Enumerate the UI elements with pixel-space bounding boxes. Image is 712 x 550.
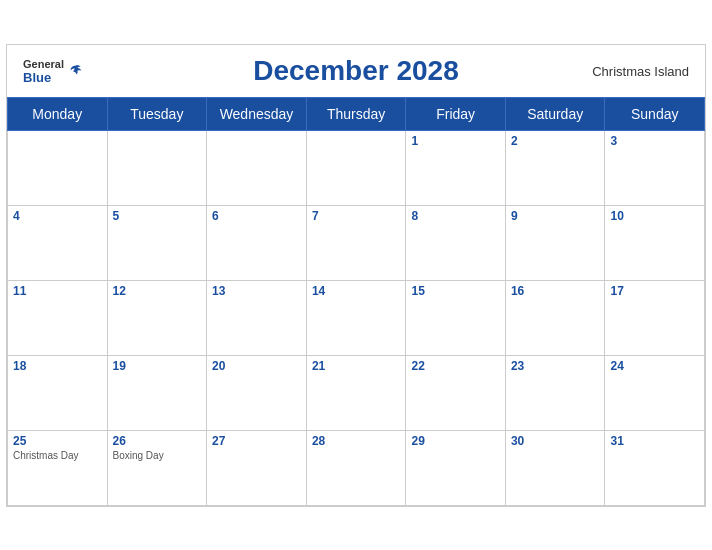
- weekday-header: Sunday: [605, 97, 705, 130]
- weekday-header: Tuesday: [107, 97, 207, 130]
- event-label: Christmas Day: [13, 450, 102, 461]
- calendar-week-row: 45678910: [8, 205, 705, 280]
- calendar-cell: 22: [406, 355, 505, 430]
- calendar-cell: 1: [406, 130, 505, 205]
- weekday-header: Monday: [8, 97, 108, 130]
- day-number: 23: [511, 359, 600, 373]
- calendar-week-row: 18192021222324: [8, 355, 705, 430]
- day-number: 14: [312, 284, 401, 298]
- day-number: 6: [212, 209, 301, 223]
- logo-blue: Blue: [23, 69, 64, 84]
- calendar-cell: 5: [107, 205, 207, 280]
- day-number: 10: [610, 209, 699, 223]
- day-number: 2: [511, 134, 600, 148]
- logo-general: General: [23, 57, 64, 69]
- calendar-cell: 6: [207, 205, 307, 280]
- calendar-cell: 10: [605, 205, 705, 280]
- day-number: 28: [312, 434, 401, 448]
- day-number: 7: [312, 209, 401, 223]
- calendar-cell: 9: [505, 205, 605, 280]
- day-number: 24: [610, 359, 699, 373]
- weekday-header-row: MondayTuesdayWednesdayThursdayFridaySatu…: [8, 97, 705, 130]
- day-number: 27: [212, 434, 301, 448]
- calendar-cell: 23: [505, 355, 605, 430]
- calendar-cell: 15: [406, 280, 505, 355]
- calendar-container: General Blue December 2028 Christmas Isl…: [6, 44, 706, 507]
- calendar-cell: 27: [207, 430, 307, 505]
- day-number: 18: [13, 359, 102, 373]
- calendar-cell: 30: [505, 430, 605, 505]
- calendar-cell: [8, 130, 108, 205]
- event-label: Boxing Day: [113, 450, 202, 461]
- calendar-cell: 18: [8, 355, 108, 430]
- logo-bird-icon: [67, 63, 83, 79]
- day-number: 31: [610, 434, 699, 448]
- day-number: 4: [13, 209, 102, 223]
- calendar-cell: 16: [505, 280, 605, 355]
- calendar-cell: 11: [8, 280, 108, 355]
- day-number: 30: [511, 434, 600, 448]
- calendar-week-row: 25Christmas Day26Boxing Day2728293031: [8, 430, 705, 505]
- calendar-table: MondayTuesdayWednesdayThursdayFridaySatu…: [7, 97, 705, 506]
- day-number: 25: [13, 434, 102, 448]
- calendar-cell: 29: [406, 430, 505, 505]
- calendar-cell: 2: [505, 130, 605, 205]
- day-number: 21: [312, 359, 401, 373]
- calendar-cell: 3: [605, 130, 705, 205]
- day-number: 8: [411, 209, 499, 223]
- calendar-cell: 24: [605, 355, 705, 430]
- day-number: 22: [411, 359, 499, 373]
- day-number: 29: [411, 434, 499, 448]
- day-number: 1: [411, 134, 499, 148]
- calendar-title: December 2028: [253, 55, 458, 87]
- weekday-header: Wednesday: [207, 97, 307, 130]
- day-number: 3: [610, 134, 699, 148]
- calendar-cell: 14: [306, 280, 406, 355]
- day-number: 5: [113, 209, 202, 223]
- calendar-cell: 21: [306, 355, 406, 430]
- calendar-cell: 20: [207, 355, 307, 430]
- calendar-cell: [306, 130, 406, 205]
- weekday-header: Saturday: [505, 97, 605, 130]
- calendar-cell: 28: [306, 430, 406, 505]
- weekday-header: Friday: [406, 97, 505, 130]
- region-label: Christmas Island: [592, 63, 689, 78]
- calendar-cell: 26Boxing Day: [107, 430, 207, 505]
- calendar-cell: 12: [107, 280, 207, 355]
- calendar-header: General Blue December 2028 Christmas Isl…: [7, 45, 705, 97]
- calendar-cell: 4: [8, 205, 108, 280]
- calendar-week-row: 123: [8, 130, 705, 205]
- calendar-cell: 31: [605, 430, 705, 505]
- day-number: 15: [411, 284, 499, 298]
- day-number: 19: [113, 359, 202, 373]
- day-number: 16: [511, 284, 600, 298]
- logo-text: General Blue: [23, 57, 64, 84]
- calendar-week-row: 11121314151617: [8, 280, 705, 355]
- calendar-cell: 8: [406, 205, 505, 280]
- calendar-cell: 7: [306, 205, 406, 280]
- day-number: 13: [212, 284, 301, 298]
- logo-area: General Blue: [23, 57, 83, 84]
- calendar-cell: [207, 130, 307, 205]
- day-number: 20: [212, 359, 301, 373]
- calendar-cell: [107, 130, 207, 205]
- calendar-cell: 19: [107, 355, 207, 430]
- calendar-cell: 13: [207, 280, 307, 355]
- weekday-header: Thursday: [306, 97, 406, 130]
- calendar-cell: 17: [605, 280, 705, 355]
- calendar-cell: 25Christmas Day: [8, 430, 108, 505]
- day-number: 12: [113, 284, 202, 298]
- day-number: 9: [511, 209, 600, 223]
- day-number: 11: [13, 284, 102, 298]
- day-number: 26: [113, 434, 202, 448]
- day-number: 17: [610, 284, 699, 298]
